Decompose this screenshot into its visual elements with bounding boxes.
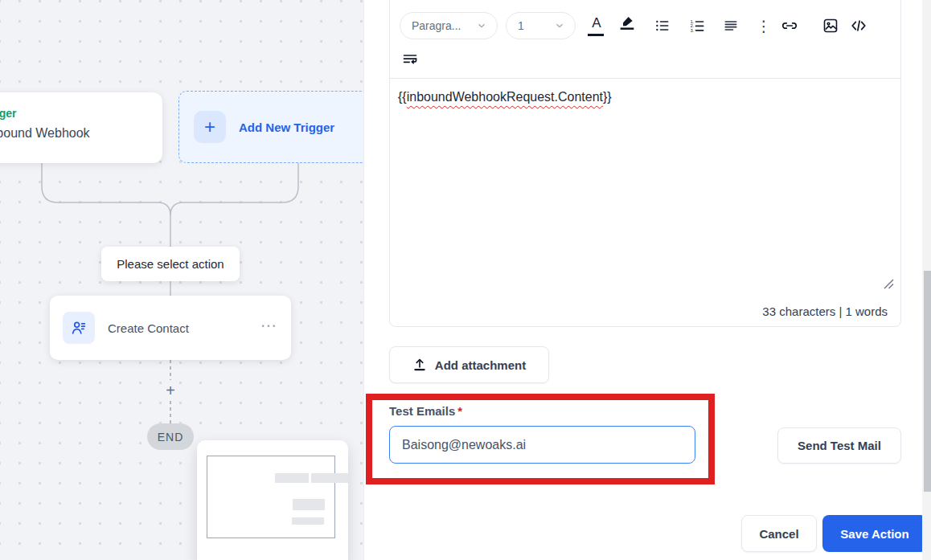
send-test-mail-button[interactable]: Send Test Mail: [777, 427, 901, 464]
action-settings-panel: Paragra... 1 A: [363, 0, 931, 560]
bullet-list-icon[interactable]: [652, 14, 673, 38]
editor-toolbar: Paragra... 1 A: [390, 0, 900, 79]
add-attachment-label: Add attachment: [435, 358, 526, 372]
scrollbar-thumb[interactable]: [924, 271, 931, 492]
code-icon[interactable]: [848, 14, 869, 38]
save-action-button[interactable]: Save Action: [822, 515, 927, 552]
test-emails-label: Test Emails*: [389, 404, 462, 418]
add-attachment-button[interactable]: Add attachment: [389, 346, 549, 383]
trigger-card-inbound-webhook[interactable]: Trigger Inbound Webhook: [0, 92, 162, 163]
panel-scrollbar[interactable]: [922, 0, 931, 560]
align-left-icon[interactable]: [720, 14, 741, 38]
merge-tag-text: {{inboundWebhookRequest.Content}}: [398, 90, 612, 104]
create-contact-label: Create Contact: [108, 321, 189, 335]
plus-icon: +: [194, 111, 226, 143]
rich-text-editor: Paragra... 1 A: [389, 0, 901, 327]
thumbnail-bar: [292, 517, 324, 525]
link-icon[interactable]: [779, 14, 800, 38]
required-asterisk: *: [457, 404, 462, 418]
preview-tooltip-card: [197, 440, 348, 560]
paragraph-style-dropdown[interactable]: Paragra...: [400, 12, 498, 39]
trigger-category-label: Trigger: [0, 107, 16, 120]
please-select-action-label: Please select action: [101, 247, 240, 281]
add-new-trigger-label: Add New Trigger: [239, 121, 334, 134]
thumbnail-bar: [275, 473, 309, 483]
add-new-trigger-button[interactable]: + Add New Trigger: [178, 91, 376, 163]
editor-status-bar: 33 characters | 1 words: [390, 294, 900, 328]
contact-icon: [63, 312, 95, 344]
image-icon[interactable]: [820, 14, 841, 38]
email-body-editor[interactable]: {{inboundWebhookRequest.Content}}: [390, 79, 900, 294]
card-menu-button[interactable]: ⋯: [260, 316, 278, 335]
thumbnail-bar: [293, 499, 325, 510]
add-step-plus-button[interactable]: +: [163, 382, 178, 399]
font-size-dropdown[interactable]: 1: [506, 12, 576, 39]
preview-thumbnail-frame: [207, 456, 335, 538]
upload-icon: [412, 358, 427, 372]
trigger-title: Inbound Webhook: [0, 126, 90, 141]
thumbnail-bar: [311, 473, 348, 483]
end-badge: END: [147, 423, 194, 450]
chevron-down-icon: [476, 20, 487, 31]
create-contact-action-card[interactable]: Create Contact ⋯: [50, 296, 291, 360]
text-color-icon[interactable]: A: [586, 14, 607, 38]
chevron-down-icon: [554, 20, 565, 31]
resize-handle-icon[interactable]: [884, 279, 894, 289]
text-wrap-icon[interactable]: [400, 47, 420, 72]
highlighter-icon[interactable]: [617, 14, 638, 38]
character-count: 33 characters | 1 words: [762, 305, 888, 318]
kebab-menu-icon[interactable]: ⋮: [753, 14, 774, 38]
test-email-input[interactable]: [389, 426, 695, 464]
svg-text:3.: 3.: [691, 28, 695, 33]
numbered-list-icon[interactable]: 1. 2. 3.: [687, 14, 708, 38]
cancel-button[interactable]: Cancel: [741, 515, 817, 552]
